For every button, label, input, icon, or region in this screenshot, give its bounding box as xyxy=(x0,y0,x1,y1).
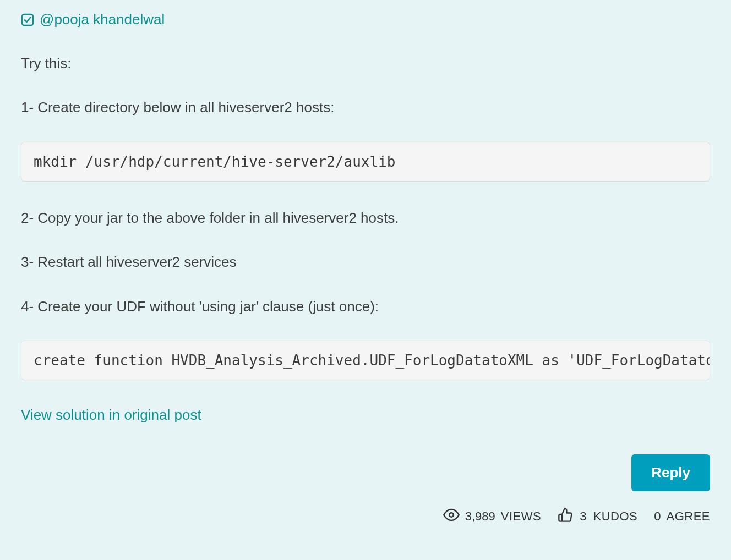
eye-icon xyxy=(443,507,460,526)
step-2-text: 2- Copy your jar to the above folder in … xyxy=(21,208,710,228)
solved-check-icon xyxy=(21,13,34,26)
kudos-label: KUDOS xyxy=(593,509,637,524)
svg-rect-0 xyxy=(22,14,33,25)
agree-count: 0 xyxy=(654,509,661,524)
agree-stat[interactable]: 0 AGREE xyxy=(654,509,710,524)
step-1-text: 1- Create directory below in all hiveser… xyxy=(21,97,710,117)
agree-label: AGREE xyxy=(666,509,710,524)
kudos-count: 3 xyxy=(580,509,586,524)
svg-point-1 xyxy=(449,513,454,517)
reply-button[interactable]: Reply xyxy=(631,454,710,491)
views-label: VIEWS xyxy=(501,509,541,524)
user-mention-link[interactable]: @pooja khandelwal xyxy=(40,11,165,28)
views-stat: 3,989 VIEWS xyxy=(443,507,541,526)
step-3-text: 3- Restart all hiveserver2 services xyxy=(21,252,710,272)
intro-text: Try this: xyxy=(21,53,710,73)
kudos-button[interactable]: 3 KUDOS xyxy=(558,507,637,526)
views-count: 3,989 xyxy=(465,509,495,524)
code-block-1: mkdir /usr/hdp/current/hive-server2/auxl… xyxy=(21,142,710,182)
step-4-text: 4- Create your UDF without 'using jar' c… xyxy=(21,297,710,316)
thumbs-up-icon xyxy=(558,507,573,526)
code-block-2: create function HVDB_Analysis_Archived.U… xyxy=(21,341,710,380)
view-solution-link[interactable]: View solution in original post xyxy=(21,407,201,424)
